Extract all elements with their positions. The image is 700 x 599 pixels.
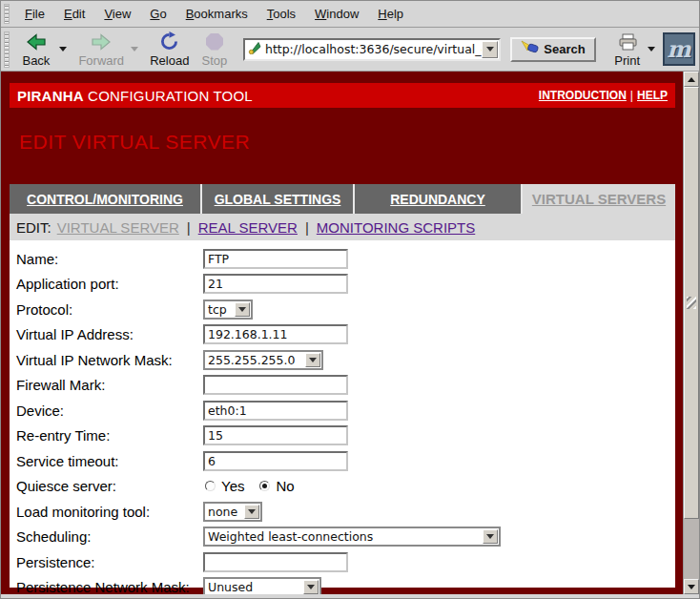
- chevron-down-icon: [244, 505, 259, 519]
- form-row: Virtual IP Address:: [16, 322, 675, 348]
- toolbar-grippy-handle[interactable]: [4, 31, 10, 68]
- reload-label: Reload: [150, 53, 189, 68]
- load-monitoring-label: Load monitoring tool:: [16, 504, 203, 520]
- reload-icon: [158, 31, 181, 52]
- menu-help[interactable]: Help: [368, 4, 413, 24]
- print-dropdown-icon[interactable]: [648, 47, 655, 52]
- re-entry-time-input[interactable]: [203, 425, 348, 445]
- back-label: Back: [22, 53, 50, 68]
- reload-button[interactable]: Reload: [146, 30, 194, 70]
- menu-tools[interactable]: Tools: [257, 4, 305, 24]
- chevron-down-icon: [235, 302, 250, 317]
- device-input[interactable]: [203, 401, 348, 421]
- back-dropdown-icon[interactable]: [59, 47, 67, 52]
- menu-file[interactable]: File: [15, 4, 54, 24]
- scrollbar-grip-icon: [687, 297, 696, 309]
- back-icon: [25, 31, 48, 52]
- form-row: Device:: [16, 398, 675, 423]
- form-row: Load monitoring tool: none: [16, 499, 675, 525]
- name-input[interactable]: [203, 249, 348, 269]
- print-label: Print: [614, 53, 640, 68]
- url-input[interactable]: [265, 42, 482, 56]
- quiesce-no-radio[interactable]: [259, 481, 270, 491]
- tab-virtual-servers[interactable]: VIRTUAL SERVERS: [523, 184, 675, 214]
- subnav-separator: |: [305, 219, 309, 236]
- subnav-virtual-server: VIRTUAL SERVER: [57, 219, 179, 236]
- scheduling-label: Scheduling:: [16, 528, 203, 545]
- menu-go[interactable]: Go: [140, 4, 175, 24]
- subnav-real-server-link[interactable]: REAL SERVER: [198, 219, 298, 236]
- form-row: Firewall Mark:: [16, 373, 675, 399]
- chevron-down-icon: [303, 580, 319, 594]
- print-icon: [616, 31, 639, 52]
- menu-bar: File Edit View Go Bookmarks Tools Window…: [1, 1, 699, 28]
- form-row: Application port:: [16, 272, 675, 298]
- menu-edit[interactable]: Edit: [54, 4, 94, 24]
- back-button[interactable]: Back: [15, 30, 57, 70]
- persistence-label: Persistence:: [16, 554, 203, 570]
- form-row: Re-entry Time:: [16, 423, 675, 449]
- tab-redundancy[interactable]: REDUNDANCY: [355, 184, 521, 214]
- menu-view[interactable]: View: [94, 4, 140, 24]
- quiesce-server-label: Quiesce server:: [16, 478, 203, 494]
- protocol-label: Protocol:: [16, 301, 203, 318]
- scroll-down-button[interactable]: [684, 579, 699, 594]
- quiesce-yes-radio[interactable]: [205, 481, 216, 491]
- app-brand-bold: PIRANHA: [17, 88, 84, 104]
- browser-window: File Edit View Go Bookmarks Tools Window…: [0, 0, 700, 599]
- app-brand: PIRANHA CONFIGURATION TOOL: [17, 88, 253, 104]
- menu-bookmarks[interactable]: Bookmarks: [176, 4, 257, 24]
- page-viewport: PIRANHA CONFIGURATION TOOL INTRODUCTION|…: [1, 72, 683, 594]
- quiesce-yes-label: Yes: [221, 478, 244, 494]
- arrow-up-icon: [688, 77, 695, 82]
- form-row: Persistence:: [16, 549, 675, 575]
- print-button[interactable]: Print: [609, 30, 646, 70]
- chevron-down-icon: [305, 353, 320, 367]
- form-row: Service timeout:: [16, 448, 675, 474]
- main-tabs: CONTROL/MONITORING GLOBAL SETTINGS REDUN…: [10, 184, 675, 214]
- search-button[interactable]: Search: [510, 37, 595, 62]
- scroll-up-button[interactable]: [684, 72, 699, 87]
- service-timeout-input[interactable]: [203, 451, 348, 471]
- persistence-input[interactable]: [203, 552, 348, 572]
- vertical-scrollbar[interactable]: [683, 72, 699, 594]
- forward-button[interactable]: Forward: [74, 30, 129, 70]
- help-link[interactable]: HELP: [637, 89, 668, 102]
- application-port-label: Application port:: [16, 276, 203, 292]
- stop-button[interactable]: Stop: [194, 30, 236, 70]
- protocol-select[interactable]: tcp: [203, 300, 253, 320]
- tab-global-settings[interactable]: GLOBAL SETTINGS: [202, 184, 353, 214]
- scrollbar-thumb[interactable]: [684, 87, 699, 519]
- scheduling-value: Weighted least-connections: [205, 529, 483, 544]
- url-dropdown-button[interactable]: [482, 41, 498, 58]
- persistence-netmask-select[interactable]: Unused: [203, 577, 321, 594]
- application-port-input[interactable]: [203, 274, 348, 294]
- subnav-prefix: EDIT:: [16, 219, 51, 236]
- header-links: INTRODUCTION|HELP: [539, 89, 668, 102]
- persistence-netmask-label: Persistence Network Mask:: [16, 579, 203, 594]
- persistence-netmask-value: Unused: [205, 580, 303, 594]
- form-row: Name:: [16, 246, 675, 272]
- load-monitoring-select[interactable]: none: [203, 502, 262, 522]
- virtual-ip-netmask-select[interactable]: 255.255.255.0: [203, 350, 323, 370]
- menu-window[interactable]: Window: [305, 4, 368, 24]
- introduction-link[interactable]: INTRODUCTION: [539, 89, 627, 102]
- form-row: Persistence Network Mask: Unused: [16, 575, 675, 595]
- virtual-ip-netmask-value: 255.255.255.0: [205, 353, 305, 367]
- form-row: Virtual IP Network Mask: 255.255.255.0: [16, 347, 675, 373]
- name-label: Name:: [16, 251, 203, 267]
- tab-control-monitoring[interactable]: CONTROL/MONITORING: [10, 184, 200, 214]
- quiesce-no-label: No: [276, 478, 294, 494]
- forward-dropdown-icon[interactable]: [131, 47, 138, 52]
- firewall-mark-input[interactable]: [203, 375, 348, 395]
- virtual-ip-input[interactable]: [203, 324, 348, 344]
- subnav-monitoring-scripts-link[interactable]: MONITORING SCRIPTS: [317, 219, 475, 236]
- scheduling-select[interactable]: Weighted least-connections: [203, 527, 501, 547]
- bookmark-icon[interactable]: [248, 41, 261, 58]
- menubar-grippy-handle[interactable]: [4, 4, 10, 25]
- mozilla-logo[interactable]: m: [663, 32, 695, 66]
- service-timeout-label: Service timeout:: [16, 453, 203, 469]
- device-label: Device:: [16, 403, 203, 419]
- chevron-down-icon: [483, 529, 498, 544]
- form-row: Quiesce server: Yes No: [16, 474, 675, 500]
